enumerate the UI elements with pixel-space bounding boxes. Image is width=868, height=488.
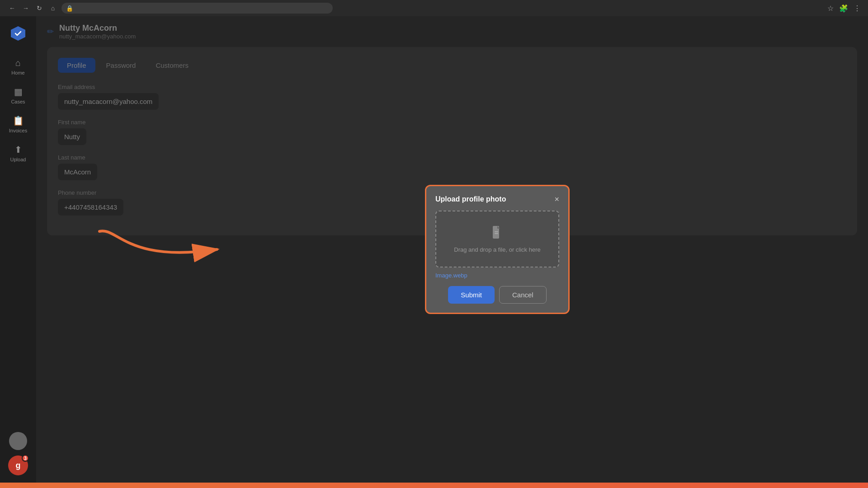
modal-title: Upload profile photo [435,195,506,203]
lock-icon: 🔒 [66,5,73,12]
star-icon[interactable]: ☆ [827,4,834,13]
menu-icon[interactable]: ⋮ [854,4,861,13]
home-icon: ⌂ [15,58,21,68]
modal-buttons: Submit Cancel [435,286,559,304]
modal-close-button[interactable]: × [554,195,559,203]
invoices-icon: 📋 [13,115,24,126]
main-content: ✏ Nutty McAcorn nutty_macacorn@yahoo.com… [36,16,868,483]
upload-icon: ⬆ [14,144,22,155]
home-button[interactable]: ⌂ [48,3,58,13]
extensions-icon[interactable]: 🧩 [839,4,848,13]
app-logo[interactable] [8,23,28,43]
modal-overlay[interactable]: Upload profile photo × Drag and drop a f… [36,16,868,483]
grammarly-badge: 3 [22,455,29,462]
sidebar-item-upload-label: Upload [10,157,26,162]
browser-icons: ☆ 🧩 ⋮ [827,4,861,13]
browser-bar: ← → ↻ ⌂ 🔒 ☆ 🧩 ⋮ [0,0,868,16]
svg-rect-2 [495,231,498,232]
refresh-button[interactable]: ↻ [34,3,44,13]
arrow-annotation [90,222,235,277]
bottom-bar [0,483,868,488]
address-bar[interactable]: 🔒 [61,3,333,14]
sidebar-item-cases-label: Cases [11,99,25,104]
user-avatar[interactable] [9,432,27,450]
svg-rect-3 [495,233,498,234]
sidebar-item-home-label: Home [11,70,24,75]
grammarly-letter: g [16,461,21,470]
sidebar-item-invoices-label: Invoices [9,128,27,133]
file-icon [445,225,549,243]
selected-file-name[interactable]: Image.webp [435,272,559,279]
sidebar-item-home[interactable]: ⌂ Home [5,54,32,79]
file-dropzone[interactable]: Drag and drop a file, or click here [435,211,559,267]
dropzone-text: Drag and drop a file, or click here [445,246,549,253]
modal-header: Upload profile photo × [435,195,559,203]
grammarly-icon[interactable]: g 3 [8,455,28,475]
sidebar-item-cases[interactable]: ▦ Cases [5,83,32,108]
sidebar-item-upload[interactable]: ⬆ Upload [5,141,32,166]
cancel-button[interactable]: Cancel [499,286,547,304]
back-button[interactable]: ← [7,3,17,13]
submit-button[interactable]: Submit [448,286,495,304]
upload-modal: Upload profile photo × Drag and drop a f… [425,185,570,314]
sidebar-item-invoices[interactable]: 📋 Invoices [5,112,32,137]
cases-icon: ▦ [14,86,23,97]
forward-button[interactable]: → [21,3,31,13]
sidebar: ⌂ Home ▦ Cases 📋 Invoices ⬆ Upload g 3 [0,16,36,483]
